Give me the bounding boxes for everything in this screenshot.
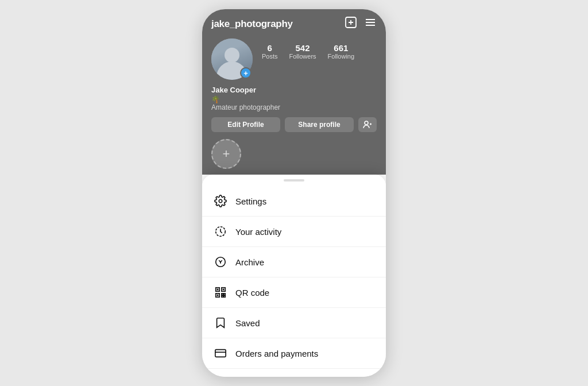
add-story-circle[interactable]: + bbox=[211, 139, 241, 169]
action-buttons: Edit Profile Share profile bbox=[211, 117, 377, 132]
followers-count: 542 bbox=[296, 43, 310, 53]
profile-info-row: + 6 Posts 542 Followers 661 Following bbox=[211, 38, 377, 80]
posts-stat: 6 Posts bbox=[262, 43, 278, 60]
menu-item-close-friends[interactable]: Close friends bbox=[202, 369, 386, 377]
archive-icon bbox=[214, 255, 227, 269]
stories-row: + bbox=[211, 139, 377, 175]
svg-rect-21 bbox=[224, 296, 226, 298]
menu-item-qr-code[interactable]: QR code bbox=[202, 277, 386, 308]
svg-point-6 bbox=[365, 121, 368, 125]
palm-emoji: 🌴 bbox=[211, 95, 377, 103]
qr-icon bbox=[214, 285, 227, 299]
phone-frame: jake_photography bbox=[202, 9, 386, 377]
settings-label: Settings bbox=[235, 196, 266, 206]
profile-name: Jake Cooper bbox=[211, 86, 377, 94]
menu-item-your-activity[interactable]: Your activity bbox=[202, 217, 386, 247]
archive-label: Archive bbox=[235, 257, 264, 267]
profile-section: jake_photography bbox=[202, 9, 386, 175]
svg-rect-17 bbox=[223, 289, 225, 291]
add-post-icon[interactable] bbox=[345, 16, 357, 32]
discover-people-button[interactable] bbox=[358, 117, 377, 132]
svg-rect-18 bbox=[217, 295, 219, 296]
menu-item-orders-payments[interactable]: Orders and payments bbox=[202, 338, 386, 369]
qr-code-label: QR code bbox=[235, 288, 269, 298]
orders-payments-label: Orders and payments bbox=[235, 349, 318, 358]
header-icons bbox=[345, 16, 377, 32]
following-label: Following bbox=[328, 53, 354, 60]
menu-item-saved[interactable]: Saved bbox=[202, 308, 386, 338]
sheet-handle bbox=[284, 179, 304, 182]
following-count: 661 bbox=[334, 43, 348, 53]
svg-rect-20 bbox=[222, 294, 223, 295]
saved-icon bbox=[214, 316, 227, 330]
bottom-sheet: Settings Your activity Archive bbox=[202, 175, 386, 377]
card-icon bbox=[214, 346, 227, 360]
menu-item-archive[interactable]: Archive bbox=[202, 247, 386, 277]
bio-text: Amateur photographer bbox=[211, 103, 280, 111]
share-profile-button[interactable]: Share profile bbox=[285, 117, 354, 132]
profile-header: jake_photography bbox=[211, 16, 377, 32]
followers-label: Followers bbox=[289, 53, 316, 60]
followers-stat: 542 Followers bbox=[289, 43, 316, 60]
menu-item-settings[interactable]: Settings bbox=[202, 186, 386, 217]
saved-label: Saved bbox=[235, 318, 260, 328]
add-story-badge[interactable]: + bbox=[240, 67, 252, 79]
settings-icon bbox=[214, 194, 227, 208]
profile-bio: 🌴 Amateur photographer bbox=[211, 95, 377, 111]
avatar-container: + bbox=[211, 38, 253, 80]
posts-label: Posts bbox=[262, 53, 278, 60]
posts-count: 6 bbox=[268, 43, 272, 53]
following-stat: 661 Following bbox=[328, 43, 354, 60]
hamburger-icon[interactable] bbox=[364, 16, 377, 32]
username: jake_photography bbox=[211, 18, 293, 30]
your-activity-label: Your activity bbox=[235, 227, 281, 237]
svg-point-9 bbox=[219, 199, 222, 203]
svg-rect-23 bbox=[224, 294, 226, 295]
edit-profile-button[interactable]: Edit Profile bbox=[211, 117, 280, 132]
svg-rect-16 bbox=[217, 289, 219, 291]
activity-icon bbox=[214, 225, 227, 238]
svg-rect-22 bbox=[222, 296, 223, 298]
svg-rect-24 bbox=[215, 350, 226, 357]
stats-row: 6 Posts 542 Followers 661 Following bbox=[262, 38, 354, 60]
